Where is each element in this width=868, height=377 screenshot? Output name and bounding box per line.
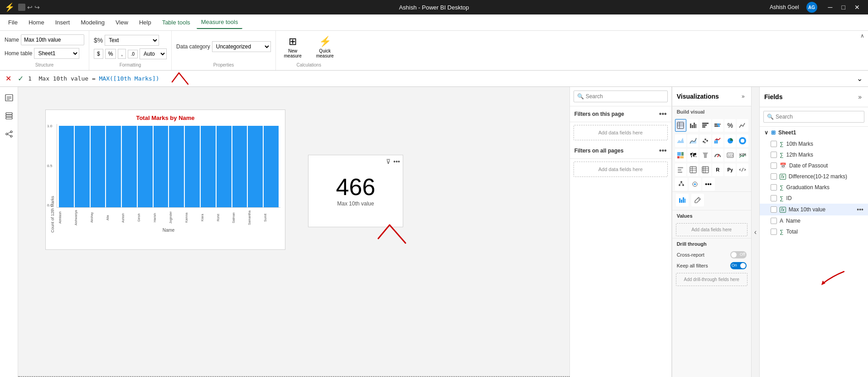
decrease-decimal-btn[interactable]: .0 (128, 50, 138, 58)
accept-formula-button[interactable]: ✓ (16, 73, 25, 84)
field-name-checkbox[interactable] (771, 218, 777, 224)
field-12th-marks-checkbox[interactable] (771, 152, 777, 158)
field-name[interactable]: A Name (760, 215, 868, 226)
viz-type-ai[interactable] (689, 178, 701, 191)
menu-measure-tools[interactable]: Measure tools (197, 16, 243, 29)
user-avatar: AG (806, 2, 817, 13)
field-date-passout-checkbox[interactable] (771, 162, 777, 169)
viz-type-python[interactable]: Py (724, 163, 736, 176)
redo-icon[interactable]: ↪ (34, 4, 40, 11)
card-more-button[interactable]: ••• (393, 158, 400, 165)
viz-type-r[interactable]: R (712, 163, 723, 176)
percent-btn[interactable]: % (105, 49, 116, 59)
viz-type-bar[interactable] (687, 119, 699, 132)
field-total[interactable]: ∑ Total (760, 226, 868, 237)
menu-home[interactable]: Home (24, 16, 49, 29)
field-max-10th-value[interactable]: fx Max 10th value ••• (760, 204, 868, 215)
svg-rect-39 (677, 156, 680, 158)
sidebar-model-icon[interactable] (2, 127, 16, 141)
comma-btn[interactable]: , (118, 49, 125, 59)
fields-search-input[interactable] (763, 111, 864, 123)
menu-help[interactable]: Help (135, 16, 156, 29)
viz-type-scatter[interactable] (699, 134, 711, 147)
viz-type-funnel[interactable] (699, 149, 711, 162)
field-max-checkbox[interactable] (771, 206, 777, 213)
filters-all-more[interactable]: ••• (659, 147, 667, 155)
expand-formula-button[interactable]: ⌄ (855, 73, 864, 84)
fields-table-header[interactable]: ∨ ⊞ Sheet1 (760, 127, 868, 138)
field-max-more[interactable]: ••• (857, 206, 863, 213)
filters-page-more[interactable]: ••• (659, 110, 667, 118)
maximize-button[interactable]: □ (838, 2, 849, 13)
menu-insert[interactable]: Insert (51, 16, 75, 29)
auto-select[interactable]: Auto (140, 48, 167, 59)
viz-type-table-btn[interactable] (687, 163, 699, 176)
viz-type-table[interactable] (675, 119, 686, 132)
svg-line-11 (8, 134, 10, 136)
keep-filters-toggle[interactable]: On (730, 262, 747, 269)
viz-panel-collapse-btn[interactable]: ‹ (751, 87, 759, 377)
field-id-checkbox[interactable] (771, 195, 777, 201)
sidebar-report-icon[interactable] (2, 91, 16, 105)
quick-measure-button[interactable]: ⚡ Quickmeasure (313, 34, 338, 60)
save-icon[interactable] (18, 4, 25, 11)
ribbon-collapse-arrow[interactable]: ∧ (860, 33, 864, 39)
cross-report-toggle[interactable]: Off (730, 251, 747, 258)
field-graduation-marks[interactable]: ∑ Graduation Marks (760, 182, 868, 193)
field-graduation-marks-checkbox[interactable] (771, 184, 777, 191)
field-total-checkbox[interactable] (771, 229, 777, 235)
viz-format-visual-btn[interactable] (691, 194, 704, 206)
viz-type-slicer[interactable] (675, 163, 686, 176)
menu-modeling[interactable]: Modeling (76, 16, 109, 29)
fields-expand-button[interactable]: » (856, 91, 863, 102)
viz-type-area[interactable] (675, 134, 686, 147)
home-table-row: Home table Sheet1 (5, 48, 84, 59)
viz-type-combo[interactable] (712, 134, 723, 147)
field-difference[interactable]: fx Difference(10-12 marks) (760, 171, 868, 182)
viz-build-visual-btn[interactable] (676, 194, 689, 206)
viz-type-decomp[interactable] (675, 178, 688, 191)
field-date-passout[interactable]: 📅 Date of Passout (760, 160, 868, 171)
menu-table-tools[interactable]: Table tools (158, 16, 195, 29)
keep-filters-row: Keep all filters On (672, 260, 751, 271)
formula-text: 1 Max 10th value = MAX([10th Marks]) (28, 75, 852, 82)
close-button[interactable]: ✕ (851, 2, 863, 13)
viz-expand-button[interactable]: » (740, 91, 747, 101)
new-measure-button[interactable]: ⊞ Newmeasure (280, 34, 305, 60)
viz-type-card[interactable]: 123 (724, 149, 736, 162)
viz-type-column[interactable] (699, 119, 711, 132)
card-filter-button[interactable]: ⊽ (386, 158, 391, 165)
viz-type-matrix[interactable] (699, 163, 711, 176)
undo-icon[interactable]: ↩ (27, 4, 33, 11)
home-table-select[interactable]: Sheet1 (34, 48, 79, 59)
field-difference-checkbox[interactable] (771, 173, 777, 180)
viz-type-custom[interactable] (737, 163, 748, 176)
viz-type-pie[interactable] (724, 134, 736, 147)
currency-btn[interactable]: $ (94, 49, 103, 59)
viz-type-100percent[interactable]: % (724, 119, 736, 132)
viz-type-more[interactable]: ••• (702, 178, 715, 191)
viz-type-stacked[interactable] (712, 119, 723, 132)
field-10th-marks-checkbox[interactable] (771, 141, 777, 147)
viz-type-ribbon[interactable] (687, 134, 699, 147)
name-input[interactable] (21, 34, 84, 45)
viz-type-donut[interactable] (737, 134, 748, 147)
viz-type-gauge[interactable] (712, 149, 723, 162)
sidebar-data-icon[interactable] (2, 109, 16, 123)
format-buttons: $ % , .0 Auto (94, 48, 167, 59)
format-select[interactable]: Text (105, 35, 159, 46)
field-12th-marks[interactable]: ∑ 12th Marks (760, 149, 868, 160)
viz-type-kpi[interactable]: KPI (737, 149, 748, 162)
menu-view[interactable]: View (111, 16, 133, 29)
filters-search-input[interactable] (574, 91, 668, 102)
field-id[interactable]: ∑ ID (760, 193, 868, 204)
viz-type-map[interactable]: 🗺 (687, 149, 699, 162)
field-10th-marks[interactable]: ∑ 10th Marks (760, 138, 868, 149)
viz-type-treemap[interactable] (675, 149, 686, 162)
menu-file[interactable]: File (4, 16, 22, 29)
viz-mode-icons (672, 191, 751, 208)
viz-type-line[interactable] (737, 119, 748, 132)
minimize-button[interactable]: ─ (825, 2, 836, 13)
cancel-formula-button[interactable]: ✕ (4, 73, 13, 84)
data-category-select[interactable]: Uncategorized (212, 41, 271, 52)
